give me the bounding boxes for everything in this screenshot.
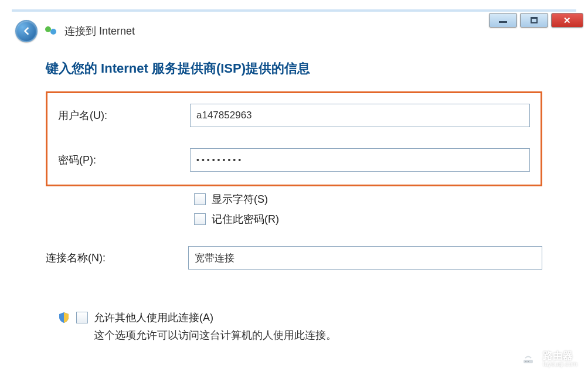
svg-point-4 (528, 361, 529, 362)
password-input[interactable] (190, 148, 530, 172)
show-characters-checkbox[interactable] (194, 193, 206, 205)
show-characters-label: 显示字符(S) (212, 192, 268, 206)
allow-others-note: 这个选项允许可以访问这台计算机的人使用此连接。 (94, 328, 542, 342)
watermark-url: luyouqi.com (543, 361, 577, 367)
network-icon (45, 25, 57, 38)
shield-icon (57, 311, 70, 324)
svg-point-0 (45, 26, 51, 32)
remember-password-label: 记住此密码(R) (212, 212, 279, 226)
svg-point-3 (525, 361, 526, 362)
connection-name-input[interactable] (188, 246, 542, 270)
password-label: 密码(P): (58, 153, 184, 167)
router-icon (518, 349, 538, 369)
highlight-box: 用户名(U): 密码(P): (46, 91, 542, 186)
allow-others-checkbox[interactable] (76, 312, 88, 323)
allow-others-label: 允许其他人使用此连接(A) (94, 311, 213, 325)
back-button[interactable] (15, 20, 38, 42)
watermark-name: 路由器 (543, 351, 577, 361)
connection-name-label: 连接名称(N): (46, 251, 182, 265)
page-heading: 键入您的 Internet 服务提供商(ISP)提供的信息 (46, 60, 542, 77)
window-title: 连接到 Internet (64, 24, 135, 38)
arrow-left-icon (21, 25, 32, 37)
remember-password-checkbox[interactable] (194, 213, 206, 225)
watermark: 路由器 luyouqi.com (518, 349, 577, 369)
svg-point-1 (50, 29, 56, 35)
username-input[interactable] (190, 104, 530, 127)
username-label: 用户名(U): (58, 108, 184, 122)
